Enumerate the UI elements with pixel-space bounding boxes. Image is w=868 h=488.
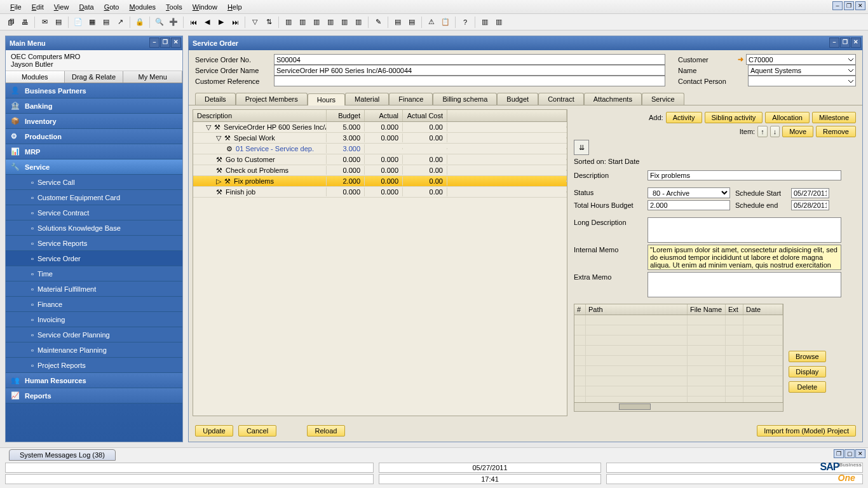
- status-select[interactable]: 80 - Archive: [648, 187, 730, 198]
- at-col-filename[interactable]: File Name: [688, 304, 726, 315]
- toolbar-find-icon[interactable]: 🔍: [154, 17, 165, 28]
- maximize-icon[interactable]: ❐: [844, 1, 854, 10]
- menu-modules[interactable]: Modules: [124, 2, 161, 12]
- menu-data[interactable]: Data: [74, 2, 98, 12]
- hours-row[interactable]: ⚒ Go to Customer0.0000.0000.00: [193, 154, 567, 165]
- hours-row[interactable]: ▽⚒ Special Work3.0000.0000.00: [193, 133, 567, 144]
- nav-item-finance[interactable]: ▫Finance: [6, 297, 182, 312]
- toolbar-first-icon[interactable]: ⏮: [187, 17, 199, 28]
- menu-goto[interactable]: Goto: [99, 2, 125, 12]
- move-button[interactable]: Move: [782, 126, 813, 137]
- tab-service[interactable]: Service: [642, 93, 684, 105]
- log-close-icon[interactable]: ✕: [855, 449, 865, 458]
- menu-edit[interactable]: Edit: [27, 2, 49, 12]
- nav-item-service-reports[interactable]: ▫Service Reports: [6, 236, 182, 251]
- tab-contract[interactable]: Contract: [538, 93, 584, 105]
- toolbar-sort-icon[interactable]: ⇅: [263, 17, 275, 28]
- cust-ref-input[interactable]: [274, 76, 665, 86]
- hours-row[interactable]: ⚒ Check out Problems0.0000.0000.00: [193, 165, 567, 176]
- nav-group-inventory[interactable]: 📦Inventory: [6, 114, 182, 129]
- col-description[interactable]: Description: [193, 110, 327, 121]
- contact-input[interactable]: [748, 76, 856, 86]
- hours-row[interactable]: ▽⚒ ServiceOrder HP 600 Series Inc/A6...5…: [193, 122, 567, 133]
- hours-row[interactable]: ⚙ 01 Service - Service dep.3.000: [193, 144, 567, 154]
- order-no-input[interactable]: [274, 54, 665, 65]
- attachment-row[interactable]: [574, 396, 783, 402]
- update-button[interactable]: Update: [195, 425, 233, 437]
- desc-input[interactable]: [648, 170, 841, 180]
- expand-icon[interactable]: ▷: [216, 177, 224, 185]
- toolbar-next-icon[interactable]: ▶: [215, 17, 227, 28]
- nav-group-production[interactable]: ⚙Production: [6, 129, 182, 144]
- mm-tab-modules[interactable]: Modules: [6, 71, 65, 83]
- so-maximize-icon[interactable]: ❐: [840, 37, 850, 48]
- log-restore-icon[interactable]: ❐: [834, 449, 844, 458]
- close-icon[interactable]: ✕: [855, 1, 865, 10]
- sched-end-input[interactable]: [791, 200, 829, 210]
- toolbar-pdf-icon[interactable]: ▤: [100, 17, 112, 28]
- customer-input[interactable]: [746, 54, 856, 65]
- col-budget[interactable]: Budget: [327, 110, 365, 121]
- attachments-scrollbar[interactable]: [574, 402, 783, 411]
- nav-item-invoicing[interactable]: ▫Invoicing: [6, 312, 182, 327]
- nav-group-reports[interactable]: 📈Reports: [6, 388, 182, 403]
- toolbar-sms-icon[interactable]: ▤: [53, 17, 64, 28]
- attachment-row[interactable]: [574, 325, 783, 336]
- hours-row[interactable]: ⚒ Finish job0.0000.0000.00: [193, 187, 567, 198]
- toolbar-doc1-icon[interactable]: ▥: [283, 17, 294, 28]
- nav-item-project-reports[interactable]: ▫Project Reports: [6, 358, 182, 373]
- item-up-button[interactable]: ↑: [757, 126, 768, 137]
- toolbar-preview-icon[interactable]: 🗐: [5, 17, 17, 28]
- so-minimize-icon[interactable]: –: [829, 37, 839, 48]
- attachment-row[interactable]: [574, 315, 783, 325]
- toolbar-prev-icon[interactable]: ◀: [201, 17, 213, 28]
- toolbar-filter-icon[interactable]: ▽: [249, 17, 261, 28]
- customer-link-icon[interactable]: ➜: [738, 55, 743, 64]
- attachment-row[interactable]: [574, 366, 783, 376]
- memo-input[interactable]: "Lorem ipsum dolor sit amet, consectetur…: [648, 245, 841, 270]
- attachment-row[interactable]: [574, 356, 783, 366]
- nav-item-customer-equipment-card[interactable]: ▫Customer Equipment Card: [6, 190, 182, 205]
- name-input[interactable]: [748, 65, 856, 76]
- extra-memo-input[interactable]: [648, 272, 841, 297]
- toolbar-word-icon[interactable]: 📄: [72, 17, 84, 28]
- menu-file[interactable]: File: [5, 2, 27, 12]
- sched-start-input[interactable]: [791, 188, 829, 198]
- tab-details[interactable]: Details: [195, 93, 236, 105]
- sort-icon[interactable]: ⇊: [574, 140, 589, 155]
- budget-input[interactable]: [648, 200, 730, 210]
- toolbar-layout-icon[interactable]: ▤: [392, 17, 403, 28]
- nav-group-mrp[interactable]: 📊MRP: [6, 144, 182, 159]
- browse-button[interactable]: Browse: [789, 351, 826, 362]
- toolbar-email-icon[interactable]: ✉: [39, 17, 50, 28]
- mm-close-icon[interactable]: ✕: [171, 37, 181, 48]
- add-milestone-button[interactable]: Milestone: [812, 112, 856, 123]
- toolbar-doc3-icon[interactable]: ▥: [311, 17, 322, 28]
- nav-group-banking[interactable]: 🏦Banking: [6, 98, 182, 114]
- add-allocation-button[interactable]: Allocation: [765, 112, 810, 123]
- toolbar-last-icon[interactable]: ⏭: [229, 17, 241, 28]
- nav-item-solutions-knowledge-base[interactable]: ▫Solutions Knowledge Base: [6, 220, 182, 236]
- nav-item-service-contract[interactable]: ▫Service Contract: [6, 205, 182, 220]
- toolbar-alert-icon[interactable]: ⚠: [426, 17, 437, 28]
- toolbar-doc5-icon[interactable]: ▥: [339, 17, 350, 28]
- tab-material[interactable]: Material: [345, 93, 389, 105]
- tab-project-members[interactable]: Project Members: [236, 93, 308, 105]
- toolbar-query-icon[interactable]: ▤: [406, 17, 417, 28]
- nav-group-service[interactable]: 🔧Service: [6, 159, 182, 175]
- at-col-date[interactable]: Date: [743, 304, 783, 315]
- order-name-input[interactable]: [274, 65, 665, 76]
- nav-item-maintenance-planning[interactable]: ▫Maintenance Planning: [6, 342, 182, 358]
- nav-item-service-order-planning[interactable]: ▫Service Order Planning: [6, 327, 182, 342]
- menu-view[interactable]: View: [49, 2, 74, 12]
- toolbar-doc2-icon[interactable]: ▥: [297, 17, 308, 28]
- add-sibling-button[interactable]: Sibling activity: [705, 112, 763, 123]
- tab-billing-schema[interactable]: Billing schema: [433, 93, 497, 105]
- at-col-num[interactable]: #: [574, 304, 586, 315]
- nav-item-time[interactable]: ▫Time: [6, 266, 182, 281]
- col-actual[interactable]: Actual: [365, 110, 403, 121]
- tab-finance[interactable]: Finance: [389, 93, 433, 105]
- delete-button[interactable]: Delete: [789, 381, 826, 393]
- toolbar-launch-icon[interactable]: ↗: [114, 17, 126, 28]
- mm-minimize-icon[interactable]: –: [149, 37, 159, 48]
